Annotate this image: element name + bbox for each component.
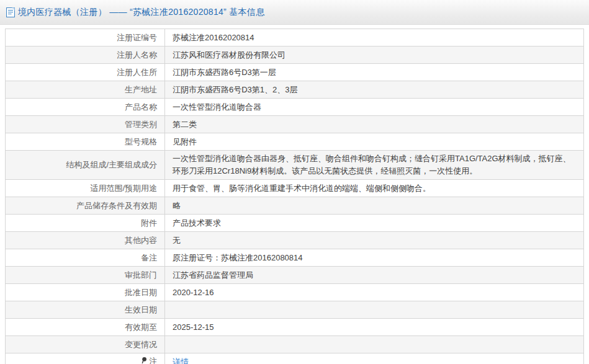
row-value: 2020-12-16	[173, 288, 214, 297]
row-value: 略	[173, 201, 181, 210]
row-label-cell: 适用范围/预期用途	[6, 180, 165, 197]
row-value: 见附件	[173, 137, 197, 146]
row-value: 江苏省药品监督管理局	[173, 270, 253, 280]
note-pin-icon	[141, 356, 147, 364]
row-value-cell: 略	[165, 197, 584, 215]
table-row: 管理类别第二类	[6, 116, 584, 133]
row-value: 用于食管、胃、肠等消化道重建手术中消化道的端端、端侧和侧侧吻合。	[173, 184, 431, 193]
row-value-cell: 2025-12-15	[165, 319, 584, 336]
row-label-cell: 附件	[6, 215, 165, 232]
row-label-cell: 生产地址	[6, 81, 165, 99]
detail-link[interactable]: 详情	[173, 357, 189, 364]
row-label: 有效期至	[125, 322, 157, 332]
row-label-cell: 管理类别	[6, 116, 165, 133]
row-value: 江阴市东盛西路6号D3第一层	[173, 68, 276, 77]
table-row: 备注原注册证号：苏械注准20162080814	[6, 249, 584, 267]
row-label: 生产地址	[125, 85, 157, 94]
row-label-cell: 注册证编号	[6, 29, 165, 47]
row-label: 注册人名称	[117, 50, 157, 60]
row-value-cell: 苏械注准20162020814	[165, 29, 584, 47]
row-value-cell: 一次性管型消化道吻合器	[165, 99, 584, 116]
table-row: 有效期至2025-12-15	[6, 319, 584, 336]
row-label-cell: 注册人名称	[6, 47, 165, 64]
row-label: 变更情况	[125, 340, 157, 349]
row-value: 江阴市东盛西路6号D3第1、2、3层	[173, 85, 298, 94]
row-label-cell: 生效日期	[6, 301, 165, 319]
row-value: 产品技术要求	[173, 218, 221, 228]
row-value-cell: 产品技术要求	[165, 215, 584, 232]
row-label-cell: 产品名称	[6, 99, 165, 116]
table-row: 注册人名称江苏风和医疗器材股份有限公司	[6, 47, 584, 64]
table-row: 审批部门江苏省药品监督管理局	[6, 267, 584, 284]
row-value: 苏械注准20162020814	[173, 33, 254, 42]
row-label-cell: 注	[6, 353, 165, 364]
row-value: 一次性管型消化道吻合器	[173, 102, 261, 112]
info-table-body: 注册证编号苏械注准20162020814注册人名称江苏风和医疗器材股份有限公司注…	[6, 29, 584, 364]
table-row: 生效日期	[6, 301, 584, 319]
table-row: 变更情况	[6, 336, 584, 353]
row-label-cell: 产品储存条件及有效期	[6, 197, 165, 215]
table-row: 批准日期2020-12-16	[6, 284, 584, 301]
row-label: 注册人住所	[117, 68, 157, 77]
row-value-cell	[165, 336, 584, 353]
row-value-cell: 无	[165, 232, 584, 249]
registration-info-section: 注册证编号苏械注准20162020814注册人名称江苏风和医疗器材股份有限公司注…	[0, 25, 589, 364]
page-header: 境内医疗器械（注册） —— “苏械注准20162020814” 基本信息	[0, 0, 589, 25]
row-label: 产品储存条件及有效期	[76, 201, 157, 210]
table-row: 型号规格见附件	[6, 133, 584, 151]
row-label-cell: 变更情况	[6, 336, 165, 353]
row-label: 管理类别	[125, 120, 157, 129]
row-label: 生效日期	[125, 305, 157, 314]
document-icon	[6, 7, 15, 17]
page-title: 境内医疗器械（注册） —— “苏械注准20162020814” 基本信息	[18, 7, 264, 18]
table-row: 其他内容无	[6, 232, 584, 249]
table-row: 生产地址江阴市东盛西路6号D3第1、2、3层	[6, 81, 584, 99]
row-value-cell: 江苏省药品监督管理局	[165, 267, 584, 284]
row-value-cell: 见附件	[165, 133, 584, 151]
row-label-cell: 批准日期	[6, 284, 165, 301]
row-label-cell: 有效期至	[6, 319, 165, 336]
row-label-cell: 审批部门	[6, 267, 165, 284]
row-label: 产品名称	[125, 102, 157, 112]
row-value-cell: 原注册证号：苏械注准20162080814	[165, 249, 584, 267]
table-row: 注详情	[6, 353, 584, 364]
row-value-cell: 2020-12-16	[165, 284, 584, 301]
row-value: 2025-12-15	[173, 322, 214, 332]
row-value-cell: 江阴市东盛西路6号D3第一层	[165, 64, 584, 81]
row-label-cell: 备注	[6, 249, 165, 267]
row-value: 江苏风和医疗器材股份有限公司	[173, 50, 286, 60]
row-value: 一次性管型消化道吻合器由器身、抵钉座、吻合组件和吻合钉构成；缝合钉采用TA1G/…	[173, 154, 571, 175]
row-value-cell: 第二类	[165, 116, 584, 133]
row-value: 第二类	[173, 120, 197, 129]
table-row: 注册证编号苏械注准20162020814	[6, 29, 584, 47]
table-row: 附件产品技术要求	[6, 215, 584, 232]
row-value: 无	[173, 236, 181, 245]
table-row: 注册人住所江阴市东盛西路6号D3第一层	[6, 64, 584, 81]
table-row: 产品名称一次性管型消化道吻合器	[6, 99, 584, 116]
row-label: 注	[149, 357, 157, 364]
row-label: 备注	[141, 253, 157, 262]
row-label: 附件	[141, 218, 157, 228]
row-label: 批准日期	[125, 288, 157, 297]
row-label-cell: 其他内容	[6, 232, 165, 249]
row-label: 适用范围/预期用途	[90, 184, 157, 193]
registration-info-table: 注册证编号苏械注准20162020814注册人名称江苏风和医疗器材股份有限公司注…	[5, 29, 584, 364]
row-label: 其他内容	[125, 236, 157, 245]
row-value-cell: 江苏风和医疗器材股份有限公司	[165, 47, 584, 64]
row-value-cell: 一次性管型消化道吻合器由器身、抵钉座、吻合组件和吻合钉构成；缝合钉采用TA1G/…	[165, 151, 584, 180]
row-label: 注册证编号	[117, 33, 157, 42]
row-label: 结构及组成/主要组成成分	[66, 160, 157, 169]
table-row: 适用范围/预期用途用于食管、胃、肠等消化道重建手术中消化道的端端、端侧和侧侧吻合…	[6, 180, 584, 197]
row-label-cell: 结构及组成/主要组成成分	[6, 151, 165, 180]
row-value-cell	[165, 301, 584, 319]
row-value-cell: 详情	[165, 353, 584, 364]
row-value-cell: 用于食管、胃、肠等消化道重建手术中消化道的端端、端侧和侧侧吻合。	[165, 180, 584, 197]
table-row: 产品储存条件及有效期略	[6, 197, 584, 215]
row-value-cell: 江阴市东盛西路6号D3第1、2、3层	[165, 81, 584, 99]
table-row: 结构及组成/主要组成成分一次性管型消化道吻合器由器身、抵钉座、吻合组件和吻合钉构…	[6, 151, 584, 180]
row-label-cell: 型号规格	[6, 133, 165, 151]
row-value: 原注册证号：苏械注准20162080814	[173, 253, 303, 262]
row-label: 审批部门	[125, 270, 157, 280]
row-label: 型号规格	[125, 137, 157, 146]
row-label-cell: 注册人住所	[6, 64, 165, 81]
